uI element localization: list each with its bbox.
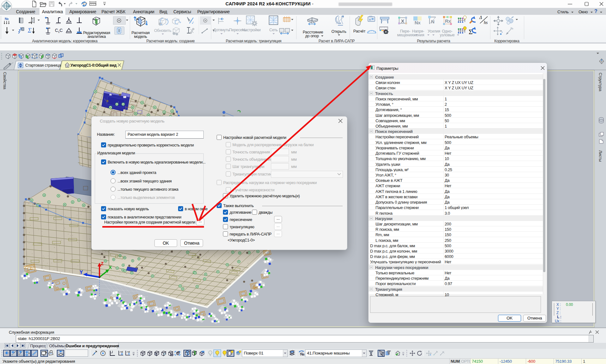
svg-text:X: X: [401, 18, 404, 24]
svg-text:hs: hs: [484, 20, 488, 25]
svg-text:Y: Y: [128, 352, 130, 355]
svg-text:N: N: [431, 19, 435, 24]
svg-text:Σ: Σ: [469, 28, 473, 35]
svg-text:№: №: [5, 17, 9, 21]
svg-text:C1C2: C1C2: [55, 28, 63, 33]
svg-text:Σ: Σ: [27, 27, 32, 34]
svg-text:Nx: Nx: [415, 20, 421, 25]
svg-text:Δ: Δ: [479, 15, 482, 20]
svg-text:Rx: Rx: [445, 18, 451, 24]
svg-text:№: №: [300, 352, 304, 356]
svg-text:X: X: [121, 352, 123, 355]
